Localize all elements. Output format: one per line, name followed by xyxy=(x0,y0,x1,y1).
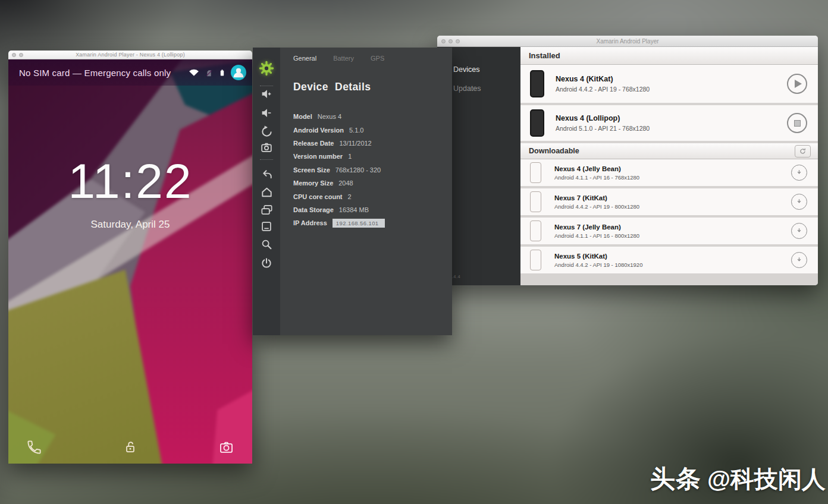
play-icon xyxy=(795,80,802,88)
detail-value: 768x1280 - 320 xyxy=(335,166,381,174)
watermark: 头条 @科技闲人 xyxy=(650,462,826,496)
recents-icon xyxy=(260,203,274,217)
settings-tabs: General Battery GPS xyxy=(293,55,452,62)
manager-window-title: Xamarin Android Player xyxy=(437,38,818,45)
device-name: Nexus 4 (Jelly Bean) xyxy=(554,165,639,172)
downloadable-device-row[interactable]: Nexus 7 (KitKat) Android 4.4.2 - API 19 … xyxy=(520,188,818,215)
installed-device-row[interactable]: Nexus 4 (KitKat) Android 4.4.2 - API 19 … xyxy=(520,65,818,103)
ip-address-field[interactable]: 192.168.56.101 xyxy=(333,219,385,228)
device-spec: Android 4.4.2 - API 19 - 768x1280 xyxy=(556,86,650,93)
detail-label: Version number xyxy=(293,153,343,160)
detail-value: 13/11/2012 xyxy=(340,140,372,147)
detail-label: IP Address xyxy=(293,219,327,226)
download-button[interactable] xyxy=(791,223,807,239)
search-button[interactable] xyxy=(253,235,280,253)
installed-section-header: Installed xyxy=(520,47,818,65)
phone-device-icon xyxy=(530,109,544,137)
device-spec: Android 4.4.2 - API 19 - 800x1280 xyxy=(554,203,639,210)
toolbar-divider xyxy=(260,159,273,161)
detail-value: Nexus 4 xyxy=(318,113,341,120)
device-details-list: ModelNexus 4 Android Version5.1.0 Releas… xyxy=(293,110,452,230)
downloadable-device-row[interactable]: Nexus 4 (Jelly Bean) Android 4.1.1 - API… xyxy=(520,159,818,186)
device-name: Nexus 4 (Lollipop) xyxy=(556,114,650,122)
detail-value: 16384 MB xyxy=(339,206,369,213)
volume-down-icon xyxy=(260,106,273,119)
tab-general[interactable]: General xyxy=(293,55,316,62)
recents-button[interactable] xyxy=(253,201,280,219)
refresh-button[interactable] xyxy=(795,145,811,158)
device-name: Nexus 7 (KitKat) xyxy=(554,194,639,201)
downloadable-device-row[interactable]: Nexus 5 (KitKat) Android 4.4.2 - API 19 … xyxy=(520,247,818,273)
menu-button[interactable] xyxy=(253,218,280,235)
detail-label: Model xyxy=(293,113,312,120)
detail-label: Screen Size xyxy=(293,166,330,174)
device-name: Nexus 5 (KitKat) xyxy=(554,253,642,260)
device-settings-panel: General Battery GPS Device Details Model… xyxy=(253,48,452,335)
watermark-handle: @科技闲人 xyxy=(707,463,826,496)
battery-icon xyxy=(218,67,226,78)
download-button[interactable] xyxy=(791,194,807,210)
tab-gps[interactable]: GPS xyxy=(371,55,384,62)
device-spec: Android 4.4.2 - API 19 - 1080x1920 xyxy=(554,262,642,268)
downloadable-device-row[interactable]: Nexus 7 (Jelly Bean) Android 4.1.1 - API… xyxy=(520,218,818,244)
detail-label: Android Version xyxy=(293,127,344,134)
play-button[interactable] xyxy=(787,74,807,94)
watermark-brand: 头条 xyxy=(650,462,701,496)
stop-button[interactable] xyxy=(787,113,807,133)
panel-title: Device Details xyxy=(293,81,452,93)
rotate-button[interactable] xyxy=(253,122,280,140)
device-manager-window: Xamarin Android Player Devices Updates 0… xyxy=(437,36,818,285)
lockscreen-actions xyxy=(8,439,252,455)
detail-value: 2 xyxy=(348,193,352,200)
phone-window-titlebar[interactable]: Xamarin Android Player - Nexus 4 (Lollip… xyxy=(8,51,252,59)
detail-label: Data Storage xyxy=(293,206,334,213)
volume-up-button[interactable] xyxy=(253,85,280,103)
settings-gear-icon xyxy=(258,60,275,77)
phone-device-icon xyxy=(530,162,541,183)
phone-call-icon[interactable] xyxy=(26,439,42,455)
wifi-icon xyxy=(188,67,200,78)
device-spec: Android 4.1.1 - API 16 - 800x1280 xyxy=(554,232,639,239)
no-sim-icon xyxy=(205,68,214,78)
settings-content: General Battery GPS Device Details Model… xyxy=(280,48,452,335)
detail-value: 1 xyxy=(348,153,352,160)
download-button[interactable] xyxy=(791,165,807,181)
tab-battery[interactable]: Battery xyxy=(333,55,354,62)
device-spec: Android 4.1.1 - API 16 - 768x1280 xyxy=(554,174,639,181)
detail-value: 5.1.0 xyxy=(349,127,363,134)
device-list: Installed Nexus 4 (KitKat) Android 4.4.2… xyxy=(520,47,818,285)
refresh-icon xyxy=(799,147,807,155)
power-button[interactable] xyxy=(253,254,280,272)
back-button[interactable] xyxy=(253,165,280,183)
lockscreen-clock: 11:22 xyxy=(8,153,252,209)
screenshot-button[interactable] xyxy=(253,138,280,156)
manager-titlebar[interactable]: Xamarin Android Player xyxy=(437,36,818,47)
volume-down-button[interactable] xyxy=(253,104,280,122)
detail-label: Release Date xyxy=(293,140,334,147)
home-icon xyxy=(260,185,274,199)
android-status-bar: No SIM card — Emergency calls only xyxy=(8,59,252,86)
emulator-toolbar xyxy=(253,48,280,335)
back-icon xyxy=(260,168,274,181)
lockscreen-wallpaper xyxy=(8,59,252,464)
phone-window-title: Xamarin Android Player - Nexus 4 (Lollip… xyxy=(8,52,252,58)
download-button[interactable] xyxy=(791,252,807,268)
download-icon xyxy=(795,227,803,235)
volume-up-icon xyxy=(260,87,273,100)
settings-gear-button[interactable] xyxy=(253,59,280,77)
user-avatar-icon[interactable] xyxy=(231,65,246,80)
phone-device-icon xyxy=(530,70,544,97)
phone-device-icon xyxy=(530,220,541,241)
device-name: Nexus 7 (Jelly Bean) xyxy=(554,223,639,231)
android-lock-screen: No SIM card — Emergency calls only xyxy=(8,59,252,464)
home-button[interactable] xyxy=(253,183,280,201)
power-icon xyxy=(260,257,273,270)
camera-icon[interactable] xyxy=(218,439,234,455)
downloadable-header-label: Downloadable xyxy=(529,147,579,155)
lock-icon[interactable] xyxy=(123,440,138,455)
status-bar-text: No SIM card — Emergency calls only xyxy=(19,68,188,78)
stop-icon xyxy=(794,120,801,127)
lockscreen-date: Saturday, April 25 xyxy=(8,219,252,231)
installed-device-row[interactable]: Nexus 4 (Lollipop) Android 5.1.0 - API 2… xyxy=(520,105,818,141)
phone-emulator-window: Xamarin Android Player - Nexus 4 (Lollip… xyxy=(8,51,252,464)
